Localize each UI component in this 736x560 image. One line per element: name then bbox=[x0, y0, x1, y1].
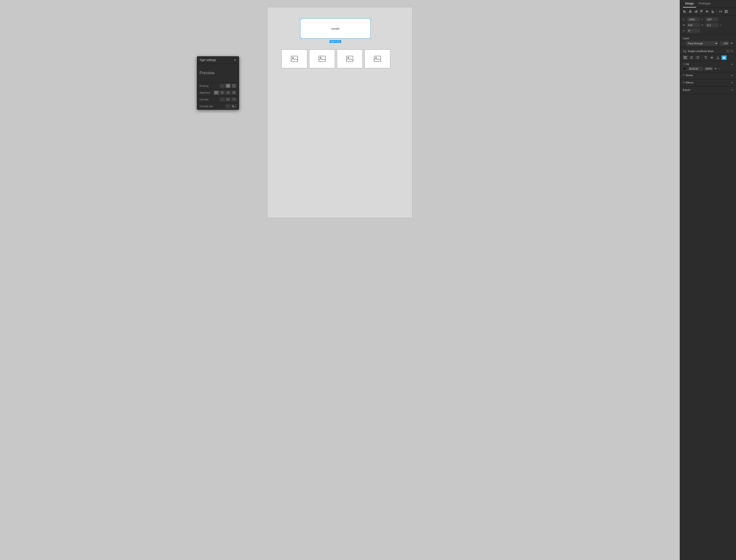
truncate-controls: - A... bbox=[216, 104, 237, 108]
svg-rect-25 bbox=[711, 13, 714, 13]
style-info-icon[interactable]: ⓘ bbox=[731, 49, 733, 53]
type-preview-text: Preview bbox=[200, 71, 215, 76]
stroke-add-button[interactable]: + bbox=[731, 74, 733, 77]
svg-rect-27 bbox=[720, 11, 721, 12]
link-proportions-icon[interactable]: ⟳ bbox=[720, 24, 722, 26]
wh-row: W H ⟳ bbox=[683, 23, 733, 27]
stroke-grid-icon[interactable]: ⠿ bbox=[683, 74, 685, 77]
list-none-btn[interactable]: - bbox=[220, 97, 225, 102]
resizing-auto-height-btn[interactable] bbox=[226, 84, 231, 88]
resizing-auto-width-btn[interactable]: ↔ bbox=[220, 84, 225, 88]
svg-rect-18 bbox=[702, 10, 702, 12]
selection-handles bbox=[301, 19, 370, 38]
type-panel-title: Type settings bbox=[200, 58, 234, 62]
fill-grid-icon[interactable]: ⠿ bbox=[683, 63, 685, 66]
align-middle-button[interactable] bbox=[705, 9, 710, 14]
h-input[interactable] bbox=[706, 23, 718, 27]
effects-grid-icon[interactable]: ⠿ bbox=[683, 81, 685, 84]
layer-row: ○ Pass through Normal Multiply Screen Ov… bbox=[683, 41, 733, 46]
blend-mode-select[interactable]: Pass through Normal Multiply Screen Over… bbox=[686, 41, 718, 46]
image-placeholder-1 bbox=[282, 49, 307, 68]
svg-text:2.: 2. bbox=[233, 99, 233, 100]
fill-color-swatch[interactable] bbox=[683, 67, 687, 71]
y-input[interactable] bbox=[706, 17, 718, 22]
tab-prototype[interactable]: Prototype bbox=[696, 0, 713, 8]
layer-section: Layer ○ Pass through Normal Multiply Scr… bbox=[680, 35, 736, 48]
style-name: Single Line/Body Base bbox=[688, 50, 725, 53]
handle-bottom-right[interactable] bbox=[369, 38, 371, 39]
rotation-input[interactable] bbox=[687, 29, 700, 33]
x-label: X bbox=[683, 18, 686, 21]
align-center-h-button[interactable] bbox=[688, 9, 693, 14]
effects-title: Effects bbox=[686, 81, 731, 84]
visibility-icon[interactable]: 👁 bbox=[730, 42, 733, 45]
alignment-row: Alignment bbox=[197, 89, 239, 96]
fill-visibility-icon[interactable]: 👁 bbox=[714, 67, 717, 70]
right-panel: Design Prototype bbox=[680, 0, 736, 560]
fill-title: Fill bbox=[686, 63, 731, 66]
list-unordered-btn[interactable] bbox=[226, 97, 231, 102]
svg-rect-6 bbox=[374, 56, 380, 62]
svg-point-7 bbox=[375, 57, 377, 58]
opacity-input[interactable] bbox=[720, 41, 729, 45]
fill-add-button[interactable]: + bbox=[731, 63, 733, 66]
svg-rect-51 bbox=[723, 57, 724, 59]
tab-design[interactable]: Design bbox=[683, 0, 696, 8]
tidy-up-button[interactable] bbox=[724, 9, 728, 14]
image-placeholder-3 bbox=[337, 49, 363, 68]
w-input[interactable] bbox=[687, 23, 700, 27]
svg-rect-14 bbox=[695, 11, 697, 11]
export-section: Export + bbox=[680, 87, 736, 94]
y-label: Y bbox=[701, 18, 704, 21]
list-style-controls: - 1. 2. bbox=[216, 97, 237, 102]
svg-point-79 bbox=[227, 100, 227, 101]
align-text-left-btn[interactable] bbox=[214, 91, 219, 95]
distribute-h-button[interactable] bbox=[718, 9, 723, 14]
effects-add-button[interactable]: + bbox=[731, 81, 733, 84]
text-align-left-btn[interactable] bbox=[683, 55, 688, 60]
align-text-justify-btn[interactable] bbox=[231, 91, 237, 95]
selected-text-element[interactable]: sample 618 × 111 bbox=[300, 19, 370, 38]
truncate-none-btn[interactable]: - bbox=[226, 104, 231, 108]
fill-opacity-input[interactable] bbox=[704, 67, 713, 71]
handle-bottom-left[interactable] bbox=[300, 38, 302, 39]
truncate-row: Truncate text - A... bbox=[197, 103, 239, 110]
text-valign-middle-btn[interactable] bbox=[709, 55, 714, 60]
list-ordered-btn[interactable]: 1. 2. bbox=[231, 97, 237, 102]
canvas-area: sample 618 × 111 bbox=[0, 0, 680, 560]
text-valign-bottom-btn[interactable] bbox=[715, 55, 721, 60]
xy-row: X Y bbox=[683, 17, 733, 22]
text-more-options-btn[interactable] bbox=[721, 55, 727, 60]
fill-hex-input[interactable] bbox=[688, 67, 703, 71]
type-panel-close-button[interactable]: ✕ bbox=[234, 58, 237, 62]
svg-point-5 bbox=[348, 57, 349, 58]
stroke-header: ⠿ Stroke + bbox=[683, 74, 733, 77]
align-right-button[interactable] bbox=[694, 9, 698, 14]
panel-tabs: Design Prototype bbox=[680, 0, 736, 8]
rotation-label: ↺ bbox=[683, 30, 686, 32]
text-align-right-btn[interactable] bbox=[695, 55, 700, 60]
image-icon-1 bbox=[291, 56, 298, 62]
align-text-center-btn[interactable] bbox=[220, 91, 225, 95]
handle-top-right[interactable] bbox=[369, 18, 371, 20]
align-text-right-btn[interactable] bbox=[226, 91, 231, 95]
truncate-auto-btn[interactable]: A... bbox=[231, 104, 237, 108]
resizing-fixed-btn[interactable] bbox=[231, 84, 237, 88]
fill-remove-button[interactable]: − bbox=[718, 67, 720, 70]
design-frame: sample 618 × 111 bbox=[267, 7, 412, 218]
align-bottom-button[interactable] bbox=[710, 9, 715, 14]
align-top-button[interactable] bbox=[699, 9, 704, 14]
export-add-button[interactable]: + bbox=[731, 88, 733, 91]
handle-top-left[interactable] bbox=[300, 18, 302, 20]
type-panel-header: Type settings ✕ bbox=[197, 57, 239, 64]
image-grid bbox=[282, 49, 390, 68]
align-left-button[interactable] bbox=[682, 9, 687, 14]
svg-rect-28 bbox=[721, 11, 722, 12]
x-input[interactable] bbox=[687, 17, 700, 22]
svg-rect-29 bbox=[725, 10, 726, 11]
h-label: H bbox=[701, 24, 704, 26]
text-align-center-btn[interactable] bbox=[689, 55, 694, 60]
svg-rect-31 bbox=[725, 12, 726, 13]
svg-rect-22 bbox=[706, 11, 709, 12]
text-valign-top-btn[interactable] bbox=[703, 55, 708, 60]
